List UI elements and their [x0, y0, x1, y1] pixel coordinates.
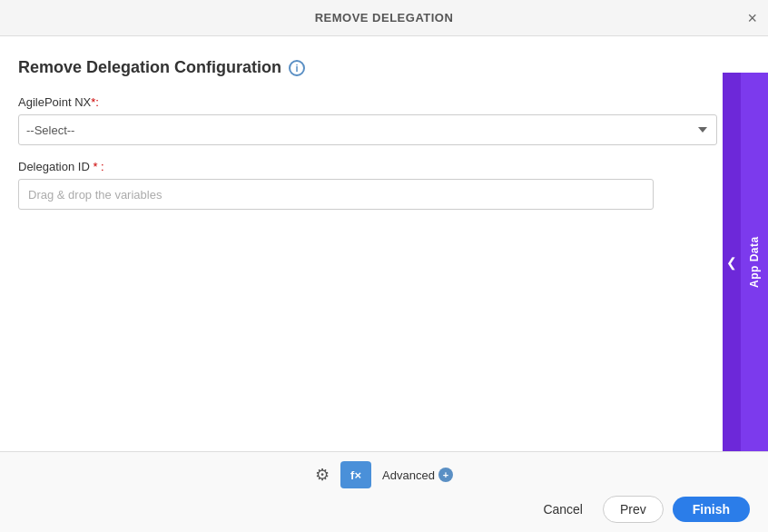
cancel-button[interactable]: Cancel — [532, 497, 594, 522]
prev-button[interactable]: Prev — [603, 496, 664, 523]
section-title-text: Remove Delegation Configuration — [18, 58, 281, 77]
modal-header: REMOVE DELEGATION × — [0, 0, 768, 36]
fx-button[interactable]: f× — [340, 461, 371, 488]
modal-wrapper: REMOVE DELEGATION × Remove Delegation Co… — [0, 0, 768, 532]
delegation-id-group: Delegation ID * : Drag & drop the variab… — [18, 160, 750, 210]
app-data-chevron-tab[interactable]: ❮ — [723, 73, 741, 451]
app-data-label-tab[interactable]: App Data — [741, 73, 768, 451]
agilepoint-label: AgilePoint NX*: — [18, 95, 750, 109]
agilepoint-select-wrapper: --Select-- + — [18, 114, 750, 145]
agilepoint-select[interactable]: --Select-- — [18, 114, 717, 145]
footer-bottom: Cancel Prev Finish — [18, 496, 750, 523]
section-title-container: Remove Delegation Configuration i — [18, 58, 750, 77]
advanced-plus-icon: + — [438, 468, 453, 482]
info-icon[interactable]: i — [289, 60, 305, 76]
delegation-id-placeholder: Drag & drop the variables — [28, 188, 162, 202]
advanced-label: Advanced — [382, 468, 435, 482]
agilepoint-nx-group: AgilePoint NX*: --Select-- + — [18, 95, 750, 145]
modal-title: REMOVE DELEGATION — [315, 11, 454, 25]
delegation-id-required: * : — [90, 160, 104, 173]
delegation-id-input[interactable]: Drag & drop the variables — [18, 179, 654, 210]
modal-footer: ⚙ f× Advanced + Cancel Prev Finish — [0, 451, 768, 532]
finish-button[interactable]: Finish — [673, 497, 750, 522]
delegation-id-label: Delegation ID * : — [18, 160, 750, 173]
gear-button[interactable]: ⚙ — [315, 465, 330, 485]
app-data-sidebar: ❮ App Data — [723, 73, 768, 451]
agilepoint-required: *: — [91, 95, 99, 109]
app-data-panel: ❮ App Data — [723, 73, 768, 451]
modal-body: Remove Delegation Configuration i AgileP… — [0, 36, 768, 451]
close-button[interactable]: × — [747, 10, 757, 26]
footer-top: ⚙ f× Advanced + — [18, 461, 750, 488]
advanced-button[interactable]: Advanced + — [382, 468, 453, 482]
